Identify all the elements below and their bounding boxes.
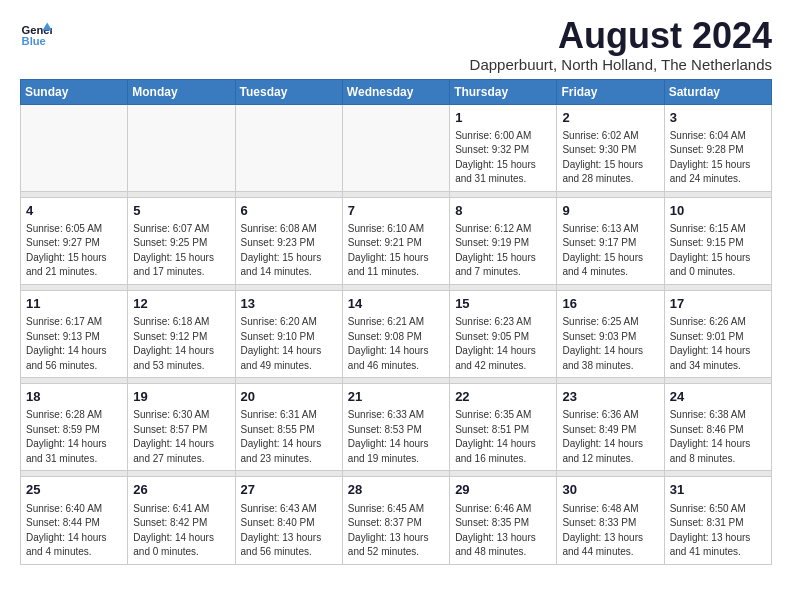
day-number: 22 [455, 388, 551, 406]
day-info: Sunrise: 6:12 AM Sunset: 9:19 PM Dayligh… [455, 222, 551, 280]
day-number: 8 [455, 202, 551, 220]
calendar-header-row: Sunday Monday Tuesday Wednesday Thursday… [21, 79, 772, 104]
day-number: 21 [348, 388, 444, 406]
calendar-cell-w1-d2 [128, 104, 235, 191]
header-wednesday: Wednesday [342, 79, 449, 104]
day-info: Sunrise: 6:05 AM Sunset: 9:27 PM Dayligh… [26, 222, 122, 280]
day-number: 18 [26, 388, 122, 406]
calendar-cell-w1-d5: 1Sunrise: 6:00 AM Sunset: 9:32 PM Daylig… [450, 104, 557, 191]
calendar-cell-w3-d6: 16Sunrise: 6:25 AM Sunset: 9:03 PM Dayli… [557, 290, 664, 377]
calendar-cell-w2-d1: 4Sunrise: 6:05 AM Sunset: 9:27 PM Daylig… [21, 197, 128, 284]
calendar-cell-w3-d3: 13Sunrise: 6:20 AM Sunset: 9:10 PM Dayli… [235, 290, 342, 377]
day-info: Sunrise: 6:28 AM Sunset: 8:59 PM Dayligh… [26, 408, 122, 466]
day-info: Sunrise: 6:21 AM Sunset: 9:08 PM Dayligh… [348, 315, 444, 373]
day-number: 7 [348, 202, 444, 220]
day-info: Sunrise: 6:07 AM Sunset: 9:25 PM Dayligh… [133, 222, 229, 280]
day-info: Sunrise: 6:41 AM Sunset: 8:42 PM Dayligh… [133, 502, 229, 560]
logo-icon: General Blue [20, 16, 52, 48]
calendar-cell-w3-d1: 11Sunrise: 6:17 AM Sunset: 9:13 PM Dayli… [21, 290, 128, 377]
day-info: Sunrise: 6:46 AM Sunset: 8:35 PM Dayligh… [455, 502, 551, 560]
header-thursday: Thursday [450, 79, 557, 104]
day-info: Sunrise: 6:38 AM Sunset: 8:46 PM Dayligh… [670, 408, 766, 466]
calendar-cell-w4-d1: 18Sunrise: 6:28 AM Sunset: 8:59 PM Dayli… [21, 384, 128, 471]
day-number: 29 [455, 481, 551, 499]
day-info: Sunrise: 6:10 AM Sunset: 9:21 PM Dayligh… [348, 222, 444, 280]
calendar-cell-w1-d1 [21, 104, 128, 191]
day-info: Sunrise: 6:43 AM Sunset: 8:40 PM Dayligh… [241, 502, 337, 560]
svg-text:Blue: Blue [22, 35, 46, 47]
location-subtitle: Dapperbuurt, North Holland, The Netherla… [470, 56, 772, 73]
day-number: 9 [562, 202, 658, 220]
day-info: Sunrise: 6:00 AM Sunset: 9:32 PM Dayligh… [455, 129, 551, 187]
day-number: 31 [670, 481, 766, 499]
header-saturday: Saturday [664, 79, 771, 104]
calendar-cell-w4-d6: 23Sunrise: 6:36 AM Sunset: 8:49 PM Dayli… [557, 384, 664, 471]
day-number: 3 [670, 109, 766, 127]
day-number: 28 [348, 481, 444, 499]
day-number: 16 [562, 295, 658, 313]
day-number: 10 [670, 202, 766, 220]
calendar-cell-w1-d4 [342, 104, 449, 191]
calendar-table: Sunday Monday Tuesday Wednesday Thursday… [20, 79, 772, 565]
day-info: Sunrise: 6:25 AM Sunset: 9:03 PM Dayligh… [562, 315, 658, 373]
day-info: Sunrise: 6:33 AM Sunset: 8:53 PM Dayligh… [348, 408, 444, 466]
title-block: August 2024 Dapperbuurt, North Holland, … [470, 16, 772, 73]
calendar-cell-w1-d3 [235, 104, 342, 191]
calendar-cell-w4-d5: 22Sunrise: 6:35 AM Sunset: 8:51 PM Dayli… [450, 384, 557, 471]
day-info: Sunrise: 6:40 AM Sunset: 8:44 PM Dayligh… [26, 502, 122, 560]
day-number: 27 [241, 481, 337, 499]
day-number: 5 [133, 202, 229, 220]
calendar-week-1: 1Sunrise: 6:00 AM Sunset: 9:32 PM Daylig… [21, 104, 772, 191]
calendar-week-2: 4Sunrise: 6:05 AM Sunset: 9:27 PM Daylig… [21, 197, 772, 284]
calendar-cell-w3-d7: 17Sunrise: 6:26 AM Sunset: 9:01 PM Dayli… [664, 290, 771, 377]
calendar-cell-w3-d4: 14Sunrise: 6:21 AM Sunset: 9:08 PM Dayli… [342, 290, 449, 377]
day-number: 19 [133, 388, 229, 406]
day-number: 4 [26, 202, 122, 220]
header-tuesday: Tuesday [235, 79, 342, 104]
day-info: Sunrise: 6:15 AM Sunset: 9:15 PM Dayligh… [670, 222, 766, 280]
logo: General Blue [20, 16, 52, 48]
calendar-cell-w5-d5: 29Sunrise: 6:46 AM Sunset: 8:35 PM Dayli… [450, 477, 557, 564]
day-info: Sunrise: 6:13 AM Sunset: 9:17 PM Dayligh… [562, 222, 658, 280]
calendar-cell-w5-d6: 30Sunrise: 6:48 AM Sunset: 8:33 PM Dayli… [557, 477, 664, 564]
day-number: 1 [455, 109, 551, 127]
month-title: August 2024 [470, 16, 772, 56]
day-number: 20 [241, 388, 337, 406]
day-number: 14 [348, 295, 444, 313]
calendar-cell-w2-d3: 6Sunrise: 6:08 AM Sunset: 9:23 PM Daylig… [235, 197, 342, 284]
page-header: General Blue August 2024 Dapperbuurt, No… [20, 16, 772, 73]
day-info: Sunrise: 6:20 AM Sunset: 9:10 PM Dayligh… [241, 315, 337, 373]
calendar-cell-w2-d4: 7Sunrise: 6:10 AM Sunset: 9:21 PM Daylig… [342, 197, 449, 284]
calendar-cell-w5-d7: 31Sunrise: 6:50 AM Sunset: 8:31 PM Dayli… [664, 477, 771, 564]
day-info: Sunrise: 6:48 AM Sunset: 8:33 PM Dayligh… [562, 502, 658, 560]
calendar-week-3: 11Sunrise: 6:17 AM Sunset: 9:13 PM Dayli… [21, 290, 772, 377]
calendar-cell-w2-d7: 10Sunrise: 6:15 AM Sunset: 9:15 PM Dayli… [664, 197, 771, 284]
day-info: Sunrise: 6:04 AM Sunset: 9:28 PM Dayligh… [670, 129, 766, 187]
day-info: Sunrise: 6:31 AM Sunset: 8:55 PM Dayligh… [241, 408, 337, 466]
calendar-cell-w5-d4: 28Sunrise: 6:45 AM Sunset: 8:37 PM Dayli… [342, 477, 449, 564]
day-number: 13 [241, 295, 337, 313]
day-number: 30 [562, 481, 658, 499]
day-number: 17 [670, 295, 766, 313]
day-number: 24 [670, 388, 766, 406]
calendar-cell-w4-d2: 19Sunrise: 6:30 AM Sunset: 8:57 PM Dayli… [128, 384, 235, 471]
calendar-cell-w2-d6: 9Sunrise: 6:13 AM Sunset: 9:17 PM Daylig… [557, 197, 664, 284]
day-info: Sunrise: 6:30 AM Sunset: 8:57 PM Dayligh… [133, 408, 229, 466]
day-number: 15 [455, 295, 551, 313]
calendar-week-4: 18Sunrise: 6:28 AM Sunset: 8:59 PM Dayli… [21, 384, 772, 471]
calendar-cell-w5-d3: 27Sunrise: 6:43 AM Sunset: 8:40 PM Dayli… [235, 477, 342, 564]
day-info: Sunrise: 6:45 AM Sunset: 8:37 PM Dayligh… [348, 502, 444, 560]
calendar-cell-w2-d5: 8Sunrise: 6:12 AM Sunset: 9:19 PM Daylig… [450, 197, 557, 284]
day-number: 25 [26, 481, 122, 499]
calendar-cell-w1-d6: 2Sunrise: 6:02 AM Sunset: 9:30 PM Daylig… [557, 104, 664, 191]
calendar-cell-w4-d4: 21Sunrise: 6:33 AM Sunset: 8:53 PM Dayli… [342, 384, 449, 471]
calendar-cell-w3-d2: 12Sunrise: 6:18 AM Sunset: 9:12 PM Dayli… [128, 290, 235, 377]
calendar-cell-w5-d1: 25Sunrise: 6:40 AM Sunset: 8:44 PM Dayli… [21, 477, 128, 564]
day-number: 2 [562, 109, 658, 127]
calendar-cell-w2-d2: 5Sunrise: 6:07 AM Sunset: 9:25 PM Daylig… [128, 197, 235, 284]
header-monday: Monday [128, 79, 235, 104]
calendar-cell-w4-d3: 20Sunrise: 6:31 AM Sunset: 8:55 PM Dayli… [235, 384, 342, 471]
day-info: Sunrise: 6:36 AM Sunset: 8:49 PM Dayligh… [562, 408, 658, 466]
day-number: 26 [133, 481, 229, 499]
day-info: Sunrise: 6:17 AM Sunset: 9:13 PM Dayligh… [26, 315, 122, 373]
